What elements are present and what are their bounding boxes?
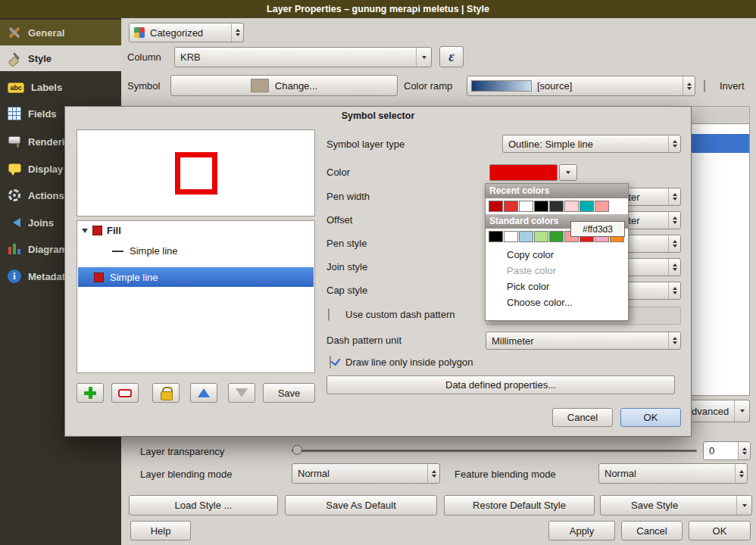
color-swatch[interactable] [504,231,518,242]
tree-item-label: Fill [107,225,121,236]
plus-icon [84,387,96,399]
paintbrush-icon [8,51,21,65]
chevron-updown-icon [668,282,680,299]
color-ramp-select[interactable]: [source] [467,76,695,96]
color-button[interactable] [489,164,558,181]
color-swatch[interactable] [534,231,548,242]
color-swatch[interactable] [549,201,564,212]
dialog-title: Symbol selector [65,111,691,121]
feature-blending-value: Normal [599,468,735,479]
minus-icon [118,389,132,397]
save-style-button[interactable]: Save Style [600,495,752,515]
symbol-change-button[interactable]: Change... [170,75,398,96]
color-dropdown-button[interactable] [559,164,577,181]
expression-button[interactable]: ε [439,46,464,67]
layer-blending-label: Layer blending mode [140,466,232,481]
spinner-arrows-icon[interactable] [738,442,750,459]
color-swatch[interactable] [534,201,548,212]
transparency-slider-handle[interactable] [292,445,302,455]
transparency-value: 0 [704,445,738,456]
lock-layer-button[interactable] [152,383,180,403]
pen-width-label: Pen width [326,187,370,205]
save-symbol-button[interactable]: Save [263,383,315,403]
symbol-layer-tree[interactable]: Fill Simple line Simple line [77,220,315,373]
menu-item-copy-color[interactable]: Copy color [486,247,628,263]
cancel-button[interactable]: Cancel [621,521,683,540]
save-as-default-button[interactable]: Save As Default [285,495,437,515]
chevron-updown-icon [668,212,680,229]
tree-item-fill[interactable]: Fill [82,225,121,236]
data-defined-properties-button[interactable]: Data defined properties... [326,375,675,394]
symbol-color-swatch [251,79,269,92]
help-button[interactable]: Help [130,521,191,540]
apply-button[interactable]: Apply [548,521,615,540]
move-down-button[interactable] [228,383,255,403]
transparency-spinbox[interactable]: 0 [703,441,751,460]
modal-cancel-button[interactable]: Cancel [552,408,613,427]
sidebar-item-label: General [28,27,64,39]
tree-item-simple-line-2-selected[interactable]: Simple line [78,267,314,287]
chevron-updown-icon [668,135,680,152]
offset-label: Offset [326,210,352,229]
chevron-updown-icon [668,259,680,276]
restore-default-style-button[interactable]: Restore Default Style [444,495,595,515]
arrow-down-icon [236,388,248,397]
chevron-updown-icon [231,23,243,42]
column-value: KRB [175,51,416,63]
chevron-down-icon [416,48,431,67]
sidebar-item-label: Labels [31,82,62,93]
dash-unit-select[interactable]: Millimeter [486,332,681,350]
remove-layer-button[interactable] [111,383,139,403]
color-swatch[interactable] [519,231,533,242]
color-swatch[interactable] [489,231,503,242]
symbol-layer-type-select[interactable]: Outline: Simple line [502,135,681,153]
transparency-slider-track[interactable] [292,450,697,452]
move-up-button[interactable] [190,383,217,403]
arrow-up-icon [198,388,210,397]
load-style-button[interactable]: Load Style ... [129,495,278,515]
sidebar-item-style[interactable]: Style [0,45,121,71]
color-swatch[interactable] [504,201,518,212]
invert-checkbox[interactable] [704,79,705,92]
color-swatch[interactable] [489,201,503,212]
advanced-button[interactable]: dvanced [692,400,750,422]
pen-style-label: Pen style [326,234,367,252]
renderer-select[interactable]: Categorized [129,23,244,42]
color-swatch[interactable] [549,231,564,242]
modal-ok-button[interactable]: OK [620,408,681,427]
color-swatch[interactable] [579,201,594,212]
tree-item-simple-line-1[interactable]: Simple line [112,245,178,257]
epsilon-icon: ε [448,49,454,65]
bar-chart-icon [8,242,21,256]
custom-dash-label: Use custom dash pattern [345,306,455,322]
paint-roller-icon [8,135,21,148]
layer-blending-select[interactable]: Normal [292,463,440,484]
cap-style-label: Cap style [326,281,367,299]
line-glyph-icon [112,251,123,252]
feature-blending-label: Feature blending mode [455,466,556,481]
tree-item-label: Simple line [130,245,178,257]
table-icon [8,107,21,120]
color-swatch[interactable] [564,201,579,212]
feature-blending-select[interactable]: Normal [598,463,748,484]
color-swatch[interactable] [519,201,533,212]
speech-bubble-icon [8,162,21,176]
layer-transparency-label: Layer transparency [140,444,224,459]
sidebar-item-labels[interactable]: abc Labels [0,74,121,100]
custom-dash-checkbox[interactable] [328,308,330,321]
column-label: Column [127,47,161,67]
expand-triangle-icon[interactable] [82,229,88,236]
column-select[interactable]: KRB [174,47,432,67]
chevron-down-icon [736,496,751,515]
add-layer-button[interactable] [77,383,104,403]
menu-item-choose-color[interactable]: Choose color... [486,294,628,310]
chevron-down-icon [566,171,570,174]
sidebar-item-general[interactable]: General [0,20,121,45]
color-swatch[interactable] [595,201,609,212]
symbol-layer-type-label: Symbol layer type [326,135,405,153]
menu-item-pick-color[interactable]: Pick color [486,279,628,294]
draw-inside-checkbox[interactable] [330,356,331,369]
ok-button[interactable]: OK [689,521,751,540]
color-ramp-preview [471,80,532,92]
lock-icon [161,387,171,399]
